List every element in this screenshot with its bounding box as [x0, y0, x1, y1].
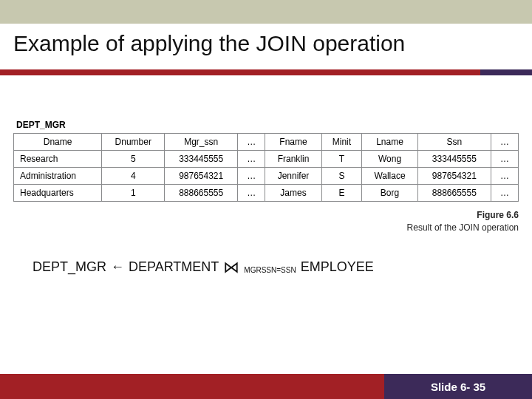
cell: 987654321	[165, 168, 238, 185]
cell: …	[238, 168, 265, 185]
cell: 987654321	[417, 168, 491, 185]
cell: Borg	[362, 185, 418, 202]
cell: Franklin	[265, 151, 322, 168]
expr-arrow: ←	[111, 259, 124, 275]
cell: T	[321, 151, 361, 168]
cell: …	[238, 185, 265, 202]
cell: Headquarters	[14, 185, 102, 202]
col-ell-2: …	[491, 134, 518, 151]
cell: 1	[102, 185, 165, 202]
cell: 333445555	[165, 151, 238, 168]
expr-right: EMPLOYEE	[301, 259, 374, 275]
table-row: Administration 4 987654321 … Jennifer S …	[14, 168, 519, 185]
col-mgrssn: Mgr_ssn	[165, 134, 238, 151]
figure-caption: Figure 6.6 Result of the JOIN operation	[13, 209, 519, 234]
cell: 888665555	[417, 185, 491, 202]
top-decorative-band	[0, 0, 532, 24]
cell: Jennifer	[265, 168, 322, 185]
cell: 888665555	[165, 185, 238, 202]
cell: S	[321, 168, 361, 185]
cell: 333445555	[417, 151, 491, 168]
title-band: Example of applying the JOIN operation	[0, 24, 532, 69]
col-lname: Lname	[362, 134, 418, 151]
cell: …	[491, 168, 518, 185]
table-row: Research 5 333445555 … Franklin T Wong 3…	[14, 151, 519, 168]
footer: Slide 6- 35	[0, 374, 532, 399]
result-table: Dname Dnumber Mgr_ssn … Fname Minit Lnam…	[13, 133, 519, 202]
figure-description: Result of the JOIN operation	[407, 222, 519, 233]
col-fname: Fname	[265, 134, 322, 151]
col-dname: Dname	[14, 134, 102, 151]
slide-number: Slide 6- 35	[431, 381, 485, 393]
accent-purple	[480, 69, 532, 75]
figure-number: Figure 6.6	[477, 210, 519, 220]
cell: 4	[102, 168, 165, 185]
content-area: DEPT_MGR Dname Dnumber Mgr_ssn … Fname M…	[0, 75, 532, 356]
cell: …	[491, 151, 518, 168]
expr-left: DEPARTMENT	[129, 259, 219, 275]
cell: …	[238, 151, 265, 168]
col-ell-1: …	[238, 134, 265, 151]
cell: Research	[14, 151, 102, 168]
expr-condition: MGRSSN=SSN	[244, 266, 296, 276]
expr-result: DEPT_MGR	[33, 259, 106, 275]
col-minit: Minit	[321, 134, 361, 151]
footer-red	[0, 374, 384, 399]
result-table-name: DEPT_MGR	[16, 120, 519, 130]
accent-red	[0, 69, 480, 75]
cell: Wallace	[362, 168, 418, 185]
cell: James	[265, 185, 322, 202]
accent-divider	[0, 69, 532, 75]
col-dnumber: Dnumber	[102, 134, 165, 151]
slide-title: Example of applying the JOIN operation	[13, 31, 519, 56]
cell: Wong	[362, 151, 418, 168]
join-expression: DEPT_MGR ← DEPARTMENT ⋈ MGRSSN=SSN EMPLO…	[13, 259, 519, 276]
cell: E	[321, 185, 361, 202]
footer-purple: Slide 6- 35	[384, 374, 532, 399]
cell: …	[491, 185, 518, 202]
table-header-row: Dname Dnumber Mgr_ssn … Fname Minit Lnam…	[14, 134, 519, 151]
table-row: Headquarters 1 888665555 … James E Borg …	[14, 185, 519, 202]
col-ssn: Ssn	[417, 134, 491, 151]
bowtie-icon: ⋈	[223, 259, 239, 276]
cell: Administration	[14, 168, 102, 185]
cell: 5	[102, 151, 165, 168]
